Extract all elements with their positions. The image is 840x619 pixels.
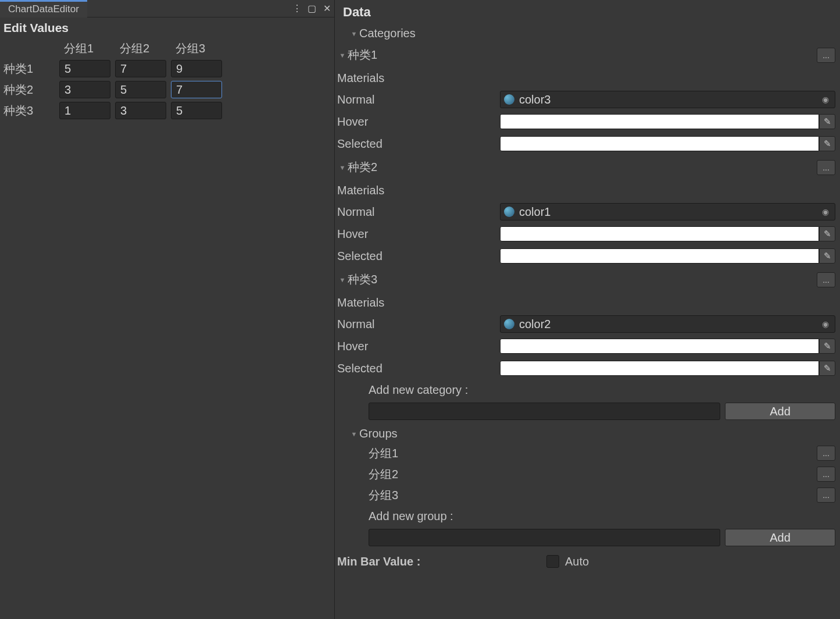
normal-label: Normal [337, 318, 500, 331]
group-row: 分组2 ... [337, 464, 838, 485]
materials-row: Materials [337, 292, 838, 313]
hover-label: Hover [337, 227, 500, 241]
tab-chartdataeditor[interactable]: ChartDataEditor [0, 0, 87, 17]
categories-foldout[interactable]: ▼ Categories [337, 24, 838, 42]
inspector-panel: Data ▼ Categories ▼ 种类1 ... Materials No… [334, 0, 840, 619]
chevron-down-icon: ▼ [337, 52, 348, 59]
value-cell[interactable] [59, 60, 110, 77]
hover-label: Hover [337, 340, 500, 353]
color-swatch[interactable] [500, 226, 819, 241]
tab-bar: ChartDataEditor ⋮ ▢ ✕ [0, 0, 334, 17]
edit-values-title: Edit Values [0, 17, 334, 38]
hover-row: Hover ✎ [337, 335, 838, 357]
group-name: 分组3 [337, 488, 398, 503]
selected-color-field: ✎ [500, 360, 835, 377]
more-button[interactable]: ... [817, 160, 835, 175]
row-label: 种类2 [3, 82, 55, 98]
value-cell[interactable] [115, 102, 166, 119]
materials-label: Materials [337, 184, 384, 197]
color-swatch[interactable] [500, 339, 819, 354]
hover-color-field: ✎ [500, 337, 835, 355]
materials-label: Materials [337, 72, 384, 85]
group-name: 分组2 [337, 467, 398, 482]
normal-label: Normal [337, 205, 500, 219]
materials-row: Materials [337, 180, 838, 201]
eyedropper-icon[interactable]: ✎ [819, 339, 835, 354]
object-picker-icon[interactable]: ◉ [820, 95, 831, 104]
object-picker-icon[interactable]: ◉ [820, 207, 831, 216]
normal-object-field[interactable]: color1 ◉ [500, 203, 835, 220]
value-cell[interactable] [115, 81, 166, 98]
row-label: 种类3 [3, 103, 55, 119]
selected-label: Selected [337, 250, 500, 263]
value-cell[interactable] [171, 60, 222, 77]
groups-label: Groups [359, 427, 398, 440]
category-header: ▼ 种类3 ... [337, 267, 838, 292]
tab-controls: ⋮ ▢ ✕ [292, 3, 331, 14]
close-icon[interactable]: ✕ [323, 3, 331, 14]
eyedropper-icon[interactable]: ✎ [819, 361, 835, 376]
row-label: 种类1 [3, 61, 55, 77]
category-foldout[interactable]: ▼ 种类3 [337, 269, 377, 290]
more-button[interactable]: ... [817, 467, 835, 482]
groups-foldout[interactable]: ▼ Groups [337, 425, 838, 443]
selected-row: Selected ✎ [337, 133, 838, 155]
header-row: 分组1 分组2 分组3 [3, 41, 331, 56]
object-picker-icon[interactable]: ◉ [820, 319, 831, 329]
category-name: 种类1 [348, 47, 377, 63]
add-group-input[interactable] [369, 529, 720, 546]
color-swatch[interactable] [500, 114, 819, 129]
normal-row: Normal color2 ◉ [337, 313, 838, 335]
value-cell[interactable] [171, 102, 222, 119]
add-category-button[interactable]: Add [725, 403, 835, 420]
material-icon [504, 207, 514, 217]
add-group-row: Add [337, 526, 838, 549]
table-row: 种类2 [3, 81, 331, 98]
normal-object-field[interactable]: color3 ◉ [500, 91, 835, 108]
more-button[interactable]: ... [817, 488, 835, 503]
more-button[interactable]: ... [817, 48, 835, 63]
tab-title: ChartDataEditor [8, 3, 79, 15]
selected-label: Selected [337, 137, 500, 151]
material-name: color3 [519, 93, 820, 106]
more-button[interactable]: ... [817, 272, 835, 287]
min-bar-row: Min Bar Value : Auto [337, 551, 838, 572]
color-swatch[interactable] [500, 136, 819, 151]
material-icon [504, 319, 514, 329]
category-foldout[interactable]: ▼ 种类2 [337, 157, 377, 177]
hover-color-field: ✎ [500, 225, 835, 243]
more-button[interactable]: ... [817, 446, 835, 461]
group-row: 分组3 ... [337, 485, 838, 506]
value-cell[interactable] [171, 81, 222, 98]
auto-checkbox[interactable] [546, 555, 559, 568]
eyedropper-icon[interactable]: ✎ [819, 226, 835, 241]
color-swatch[interactable] [500, 361, 819, 376]
eyedropper-icon[interactable]: ✎ [819, 136, 835, 151]
maximize-icon[interactable]: ▢ [308, 3, 316, 14]
hover-color-field: ✎ [500, 113, 835, 130]
add-group-button[interactable]: Add [725, 529, 835, 546]
value-cell[interactable] [59, 102, 110, 119]
chevron-down-icon: ▼ [337, 164, 348, 171]
materials-label: Materials [337, 296, 384, 310]
value-cell[interactable] [59, 81, 110, 98]
normal-label: Normal [337, 93, 500, 106]
material-name: color1 [519, 205, 820, 219]
value-cell[interactable] [115, 60, 166, 77]
editor-panel: ChartDataEditor ⋮ ▢ ✕ Edit Values 分组1 分组… [0, 0, 334, 619]
selected-label: Selected [337, 362, 500, 375]
menu-icon[interactable]: ⋮ [292, 3, 301, 14]
add-category-row: Add [337, 400, 838, 422]
add-category-input[interactable] [369, 403, 720, 420]
normal-row: Normal color1 ◉ [337, 201, 838, 223]
col-header: 分组2 [115, 41, 166, 56]
normal-object-field[interactable]: color2 ◉ [500, 315, 835, 333]
selected-color-field: ✎ [500, 247, 835, 265]
eyedropper-icon[interactable]: ✎ [819, 248, 835, 264]
category-name: 种类3 [348, 272, 377, 287]
category-foldout[interactable]: ▼ 种类1 [337, 45, 377, 65]
color-swatch[interactable] [500, 248, 819, 264]
eyedropper-icon[interactable]: ✎ [819, 114, 835, 129]
chevron-down-icon: ▼ [337, 276, 348, 283]
table-row: 种类3 [3, 102, 331, 119]
